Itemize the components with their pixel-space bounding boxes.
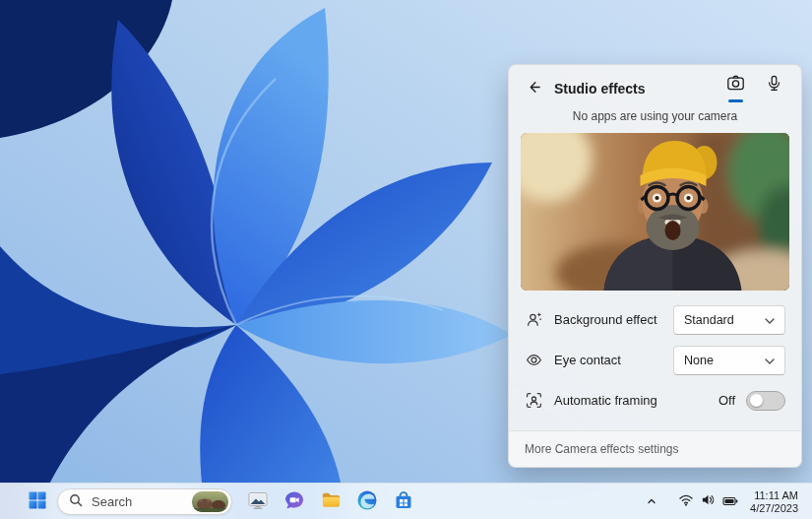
- flyout-tabs: [723, 75, 785, 102]
- flyout-title: Studio effects: [554, 81, 646, 97]
- effects-settings: Background effect Standard Eye contact: [509, 291, 801, 421]
- chevron-down-icon: [765, 313, 775, 327]
- microphone-icon: [766, 75, 782, 96]
- desktop: Studio effects No apps are using your ca…: [0, 0, 812, 519]
- background-effect-value: Standard: [684, 313, 734, 327]
- toggle-knob: [750, 394, 763, 407]
- automatic-framing-row: Automatic framing Off: [525, 380, 785, 421]
- store-app-icon: [393, 489, 414, 515]
- automatic-framing-icon: [525, 392, 542, 410]
- automatic-framing-state: Off: [718, 393, 735, 408]
- flyout-header: Studio effects: [509, 65, 801, 102]
- back-icon: [527, 80, 541, 98]
- camera-status-text: No apps are using your camera: [509, 102, 801, 133]
- background-effect-label: Background effect: [554, 312, 657, 327]
- pinned-apps: [242, 487, 419, 517]
- quick-settings-button[interactable]: [671, 488, 745, 515]
- chat-app-icon: [283, 489, 305, 515]
- eye-contact-dropdown[interactable]: None: [673, 346, 785, 375]
- eye-contact-row: Eye contact None: [525, 340, 785, 380]
- system-tray: 11:11 AM 4/27/2023: [639, 484, 803, 519]
- monitor-app-button[interactable]: [242, 487, 274, 517]
- battery-icon: [722, 493, 738, 511]
- background-effect-dropdown[interactable]: Standard: [673, 305, 785, 335]
- edge-browser-button[interactable]: [351, 487, 383, 517]
- eye-contact-icon: [525, 352, 542, 369]
- background-effect-icon: [525, 311, 542, 329]
- volume-icon: [701, 492, 716, 511]
- microphone-tab[interactable]: [762, 75, 785, 102]
- camera-preview: [521, 133, 789, 291]
- studio-effects-flyout: Studio effects No apps are using your ca…: [508, 64, 802, 468]
- clock-date: 4/27/2023: [750, 502, 798, 515]
- chat-app-button[interactable]: [279, 487, 310, 517]
- background-effect-row: Background effect Standard: [525, 299, 785, 340]
- back-button[interactable]: [521, 76, 546, 101]
- automatic-framing-label: Automatic framing: [554, 393, 657, 408]
- automatic-framing-toggle[interactable]: [746, 391, 785, 411]
- chevron-down-icon: [765, 354, 775, 367]
- clock-time: 11:11 AM: [750, 489, 798, 502]
- microsoft-store-button[interactable]: [388, 487, 419, 517]
- monitor-app-icon: [247, 489, 269, 515]
- tray-overflow-button[interactable]: [639, 489, 663, 514]
- eye-contact-value: None: [684, 354, 714, 367]
- folder-app-icon: [320, 488, 343, 515]
- camera-tab[interactable]: [723, 75, 747, 102]
- clock[interactable]: 11:11 AM 4/27/2023: [745, 487, 803, 517]
- taskbar: Search: [0, 483, 812, 519]
- file-explorer-button[interactable]: [315, 487, 346, 517]
- wifi-icon: [678, 492, 694, 511]
- search-icon: [69, 493, 83, 511]
- camera-icon: [726, 75, 745, 96]
- search-daily-image: [192, 491, 228, 512]
- start-button[interactable]: [22, 487, 52, 517]
- more-camera-settings-link[interactable]: More Camera effects settings: [525, 442, 679, 456]
- edge-app-icon: [356, 489, 378, 515]
- windows-start-icon: [29, 491, 46, 513]
- chevron-up-icon: [646, 493, 657, 511]
- flyout-footer: More Camera effects settings: [509, 430, 801, 467]
- eye-contact-label: Eye contact: [554, 353, 621, 367]
- search-label: Search: [92, 494, 132, 509]
- search-box[interactable]: Search: [57, 488, 232, 515]
